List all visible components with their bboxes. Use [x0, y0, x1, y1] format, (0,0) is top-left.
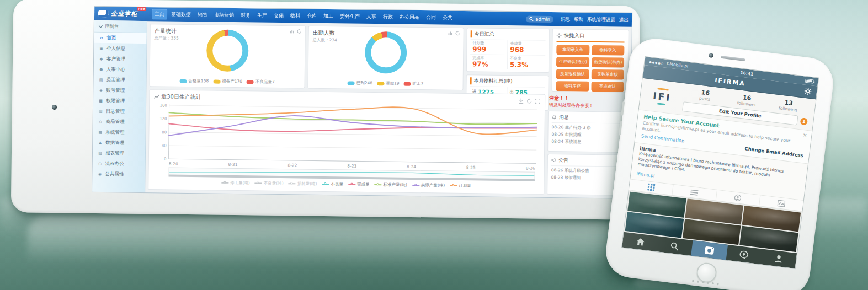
- chart-legend-item[interactable]: 计划量: [450, 183, 471, 189]
- legend-marker-dot: [414, 184, 417, 186]
- bar-chart-icon[interactable]: [448, 31, 453, 36]
- nav-item[interactable]: 物料: [287, 10, 303, 21]
- app-logo[interactable]: 企业掌柜 ERP: [98, 9, 137, 18]
- chart-legend-item[interactable]: 不良量(吨): [255, 180, 284, 186]
- nav-item[interactable]: 人事: [364, 12, 379, 22]
- sidebar-item-icon: ▦: [98, 130, 103, 134]
- quick-entry-button[interactable]: 物料库存: [556, 81, 589, 92]
- profile-avatar[interactable]: IFI: [645, 82, 679, 111]
- nav-right-link[interactable]: 消息: [561, 16, 570, 22]
- nav-right-link[interactable]: 退出: [619, 17, 629, 22]
- nav-item[interactable]: 市场营销: [211, 9, 237, 20]
- legend-label: 标准产量(吨): [383, 182, 407, 188]
- production-donut-chart[interactable]: [206, 29, 249, 72]
- legend-item[interactable]: 报备产170: [213, 79, 242, 85]
- desk-scene: 企业掌柜 ERP 主页基础数据销售市场营销财务生产仓储物料仓库加工委外生产人事行…: [0, 0, 868, 290]
- profile-stat[interactable]: 13following: [767, 97, 810, 114]
- download-icon[interactable]: [518, 98, 524, 104]
- quick-entry-button[interactable]: 完成确认: [591, 82, 624, 92]
- nav-item[interactable]: 销售: [195, 9, 210, 20]
- sidebar-item[interactable]: ◉公共属性: [92, 169, 145, 180]
- profile-stat[interactable]: 16followers: [725, 92, 768, 109]
- sidebar-item-label: 人事中心: [106, 66, 125, 73]
- quick-entry-button[interactable]: 质量报检确认: [556, 69, 589, 79]
- sidebar-header[interactable]: 控制台: [94, 22, 147, 33]
- chart-legend-item[interactable]: 标准产量(吨): [374, 182, 407, 188]
- bar-chart-icon[interactable]: [290, 29, 295, 34]
- sidebar-item[interactable]: ◈账号管理: [93, 85, 146, 96]
- sidebar-item[interactable]: ◆客户管理: [94, 53, 146, 65]
- sidebar-item[interactable]: ▦系统管理: [93, 127, 145, 138]
- sidebar-item[interactable]: ▤员工管理: [94, 74, 146, 85]
- fullscreen-icon[interactable]: [535, 99, 540, 104]
- nav-item[interactable]: 主页: [152, 9, 167, 19]
- message-item[interactable]: 08-26 生产待办 3 条: [552, 123, 624, 131]
- bio-link[interactable]: ifirma.pl: [636, 171, 655, 179]
- nav-item[interactable]: 生产: [254, 10, 270, 20]
- legend-swatch: [213, 79, 220, 83]
- quick-entry-button[interactable]: 车间录入单: [556, 45, 589, 55]
- summary-stat: 不良率5.3%: [508, 55, 545, 70]
- sidebar-item-label: 商品管理: [106, 119, 125, 125]
- x-axis-label: 8-20: [169, 162, 178, 168]
- sidebar-item[interactable]: ▲数据管理: [93, 137, 145, 148]
- nav-right-link[interactable]: 系统管理设置: [587, 16, 615, 22]
- user-pill[interactable]: admin: [526, 15, 553, 23]
- sidebar-item[interactable]: ◇商品管理: [93, 116, 146, 127]
- chart-legend-item[interactable]: 实际产量(吨): [412, 182, 445, 189]
- message-item[interactable]: 08-24 系统消息: [551, 137, 624, 146]
- sidebar-item[interactable]: ●人事中心: [94, 64, 146, 75]
- quick-entry-button[interactable]: 生产确认(待办): [556, 57, 589, 67]
- search-icon: [529, 17, 534, 21]
- nav-item[interactable]: 财务: [238, 10, 253, 20]
- nav-item[interactable]: 仓储: [271, 10, 286, 21]
- sidebar-item[interactable]: ▥日志管理: [93, 106, 146, 117]
- today-summary-panel: 今日汇总 计划量999完成量968完成率97%不良率5.3%: [466, 28, 550, 72]
- sidebar-item[interactable]: ■权限管理: [93, 95, 146, 106]
- nav-item[interactable]: 委外生产: [337, 11, 363, 22]
- nav-item[interactable]: 合同: [423, 12, 439, 23]
- refresh-icon[interactable]: [455, 31, 460, 36]
- panel-title: 消息: [552, 114, 624, 124]
- nav-item[interactable]: 加工: [321, 11, 336, 22]
- chart-legend-item[interactable]: 不良量: [322, 181, 343, 187]
- legend-item[interactable]: 旷工7: [404, 81, 424, 87]
- sidebar-item[interactable]: ▣个人信息: [94, 43, 146, 54]
- chart-legend-item[interactable]: 停工量(吨): [221, 180, 250, 186]
- panel-title: 快捷入口: [557, 32, 625, 43]
- chart-legend-item[interactable]: 损耗量(吨): [289, 181, 317, 187]
- settings-gear-icon[interactable]: [803, 87, 812, 98]
- message-item[interactable]: 08-25 审批提醒: [551, 130, 624, 138]
- legend-item[interactable]: 请假19: [377, 80, 400, 86]
- sidebar-item-icon: ●: [99, 67, 104, 71]
- nav-item[interactable]: 公共: [440, 13, 455, 23]
- line-chart[interactable]: 04080120160: [153, 100, 540, 166]
- nav-item[interactable]: 办公用品: [397, 12, 422, 23]
- sidebar-item[interactable]: ○流程办公: [93, 158, 145, 169]
- profile-stat[interactable]: 16posts: [684, 87, 727, 104]
- attendance-donut-chart[interactable]: [365, 31, 407, 74]
- announcement-item[interactable]: 08-23 放假通知: [551, 173, 623, 181]
- nav-item[interactable]: 基础数据: [168, 9, 194, 20]
- sidebar-item[interactable]: ▧报表管理: [93, 148, 145, 159]
- notification-badge[interactable]: 1: [800, 117, 808, 125]
- sidebar-item[interactable]: ⌂首页: [94, 33, 146, 44]
- announcement-item[interactable]: 08-26 系统升级公告: [551, 166, 624, 174]
- quick-entry-button[interactable]: 采购单审核: [591, 69, 624, 80]
- dashboard-body: 控制台 ⌂首页▣个人信息◆客户管理●人事中心▤员工管理◈账号管理■权限管理▥日志…: [92, 20, 632, 198]
- chart-legend-item[interactable]: 完成量: [348, 182, 370, 187]
- refresh-icon[interactable]: [297, 29, 302, 34]
- close-icon[interactable]: ✕: [802, 132, 807, 138]
- legend-item[interactable]: 不良品量7: [247, 79, 275, 85]
- quick-entry-button[interactable]: 物料录入: [592, 45, 625, 56]
- nav-item[interactable]: 行政: [380, 12, 396, 22]
- legend-item[interactable]: 合格量158: [179, 78, 209, 84]
- quick-entry-button[interactable]: 出货确认(待办): [591, 57, 624, 68]
- nav-item[interactable]: 仓库: [304, 11, 319, 22]
- production-legend: 合格量158报备产170不良品量7: [150, 78, 305, 85]
- quick-entry-panel: 快捷入口 车间录入单物料录入生产确认(待办)出货确认(待办)质量报检确认采购单审…: [551, 29, 629, 93]
- stat-value: 999: [472, 46, 505, 54]
- nav-right-link[interactable]: 帮助: [574, 16, 583, 22]
- refresh-icon[interactable]: [526, 98, 532, 104]
- legend-item[interactable]: 已到248: [348, 80, 372, 86]
